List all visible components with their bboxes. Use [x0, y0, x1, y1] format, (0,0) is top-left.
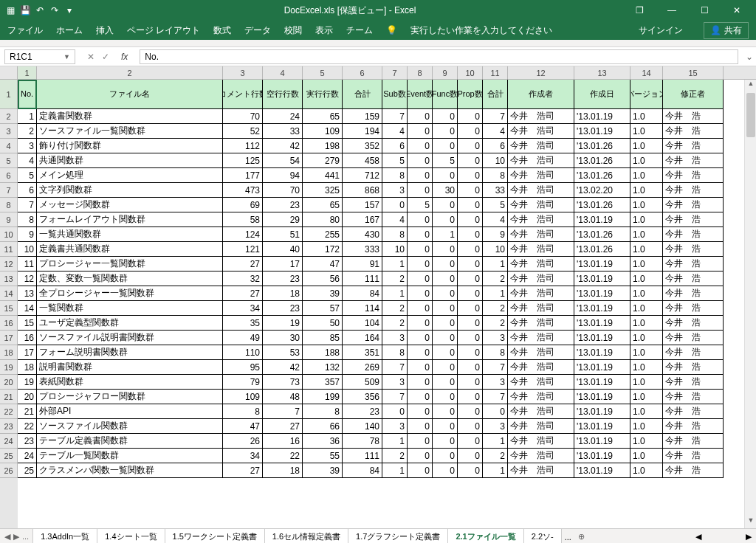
cell[interactable]: 34 — [223, 449, 263, 463]
cell[interactable]: 18 — [18, 360, 37, 375]
cell[interactable]: 0 — [433, 449, 458, 463]
cell[interactable]: 91 — [343, 257, 382, 272]
cell[interactable]: 53 — [263, 345, 303, 360]
enter-icon[interactable]: ✓ — [102, 52, 109, 62]
cell[interactable]: 23 — [263, 272, 303, 286]
cell[interactable]: メッセージ関数群 — [37, 198, 223, 212]
cell[interactable]: 0 — [458, 345, 483, 360]
cell[interactable]: 10 — [483, 153, 508, 168]
formula-input[interactable] — [140, 49, 738, 64]
cell[interactable]: 5 — [433, 153, 458, 168]
cell[interactable]: '13.01.19 — [574, 345, 630, 360]
cell[interactable]: 27 — [263, 419, 303, 434]
chevron-down-icon[interactable]: ▼ — [63, 53, 70, 60]
cell[interactable]: 33 — [263, 124, 303, 139]
cell[interactable]: 表紙関数群 — [37, 375, 223, 390]
row-header[interactable]: 25 — [0, 449, 18, 463]
cell[interactable]: 飾り付け関数群 — [37, 139, 223, 153]
cell[interactable]: 定義書関数群 — [37, 109, 223, 124]
sheet-tab[interactable]: 1.5ワークシート定義書 — [165, 528, 265, 544]
cell[interactable]: 110 — [223, 345, 263, 360]
cell[interactable]: 16 — [263, 434, 303, 449]
minimize-button[interactable]: — — [657, 0, 687, 21]
cell[interactable]: 今井 浩 — [663, 404, 724, 419]
col-header[interactable]: 7 — [382, 66, 408, 79]
cell[interactable]: 54 — [263, 153, 303, 168]
cell[interactable]: 30 — [433, 183, 458, 198]
cell[interactable]: 10 — [382, 242, 408, 257]
cell[interactable]: 0 — [458, 183, 483, 198]
cell[interactable]: 0 — [433, 345, 458, 360]
header-cell[interactable]: 作成者 — [508, 80, 574, 109]
cell[interactable]: 0 — [458, 124, 483, 139]
cell[interactable]: 0 — [433, 434, 458, 449]
cell[interactable]: 今井 浩 — [663, 316, 724, 331]
cell[interactable]: '13.01.19 — [574, 375, 630, 390]
grid[interactable]: No. ファイル名 コメント行数 空行行数 実行行数 合計 Sub数 Event… — [18, 80, 756, 528]
cell[interactable]: 今井 浩 — [663, 331, 724, 345]
cell[interactable]: 430 — [343, 227, 382, 242]
col-header[interactable]: 14 — [630, 66, 663, 79]
cell[interactable]: 今井 浩司 — [508, 449, 574, 463]
cell[interactable]: 0 — [458, 242, 483, 257]
cell[interactable]: 2 — [382, 449, 408, 463]
cell[interactable]: 0 — [458, 257, 483, 272]
cell[interactable]: 今井 浩 — [663, 257, 724, 272]
cell[interactable]: 40 — [263, 242, 303, 257]
col-header[interactable]: 8 — [408, 66, 433, 79]
cell[interactable]: 今井 浩司 — [508, 390, 574, 404]
cell[interactable]: 39 — [303, 286, 343, 301]
cell[interactable]: 35 — [223, 316, 263, 331]
tell-me-input[interactable]: 実行したい作業を入力してください — [410, 24, 552, 37]
cell[interactable]: '13.01.19 — [574, 463, 630, 478]
cell[interactable]: 0 — [408, 227, 433, 242]
cell[interactable]: 今井 浩 — [663, 463, 724, 478]
cell[interactable]: 159 — [343, 109, 382, 124]
cell[interactable]: 今井 浩司 — [508, 124, 574, 139]
cell[interactable]: 121 — [223, 242, 263, 257]
cell[interactable]: 441 — [303, 168, 343, 183]
cell[interactable]: テーブル一覧関数群 — [37, 449, 223, 463]
col-header[interactable]: 1 — [18, 66, 37, 79]
cell[interactable]: 今井 浩司 — [508, 272, 574, 286]
cell[interactable]: 51 — [263, 227, 303, 242]
cell[interactable]: 50 — [303, 316, 343, 331]
cell[interactable]: ソースファイル一覧関数群 — [37, 124, 223, 139]
ribbon-display-icon[interactable]: ❐ — [625, 0, 654, 21]
cell[interactable]: 33 — [483, 183, 508, 198]
tab-team[interactable]: チーム — [346, 24, 373, 37]
cell[interactable]: 1.0 — [630, 124, 663, 139]
row-header[interactable]: 3 — [0, 124, 18, 139]
cell[interactable]: '13.01.26 — [574, 198, 630, 212]
cell[interactable]: 2 — [382, 301, 408, 316]
col-header[interactable]: 5 — [303, 66, 343, 79]
cell[interactable]: 3 — [18, 139, 37, 153]
cell[interactable]: 25 — [18, 463, 37, 478]
cell[interactable]: 1.0 — [630, 183, 663, 198]
cell[interactable]: 0 — [433, 463, 458, 478]
sheet-ellipsis-right[interactable]: ... — [562, 533, 574, 542]
cell[interactable]: 109 — [223, 390, 263, 404]
cell[interactable]: 今井 浩司 — [508, 404, 574, 419]
row-header[interactable]: 10 — [0, 227, 18, 242]
cell[interactable]: 今井 浩 — [663, 183, 724, 198]
cell[interactable]: 6 — [382, 139, 408, 153]
cell[interactable]: 今井 浩 — [663, 360, 724, 375]
tab-review[interactable]: 校閲 — [284, 24, 302, 37]
cell[interactable]: 今井 浩 — [663, 419, 724, 434]
cell[interactable]: 47 — [223, 419, 263, 434]
cell[interactable]: 15 — [18, 316, 37, 331]
sheet-tab[interactable]: 1.6セル情報定義書 — [264, 528, 348, 544]
cell[interactable]: 0 — [433, 375, 458, 390]
cell[interactable]: 0 — [433, 198, 458, 212]
header-cell[interactable]: 空行行数 — [263, 80, 303, 109]
header-cell[interactable]: No. — [18, 80, 37, 109]
cell[interactable]: 23 — [263, 198, 303, 212]
cell[interactable]: 0 — [433, 242, 458, 257]
row-header[interactable]: 4 — [0, 139, 18, 153]
cell[interactable]: 6 — [483, 139, 508, 153]
cell[interactable]: 2 — [18, 124, 37, 139]
row-header[interactable]: 16 — [0, 316, 18, 331]
sheet-tab[interactable]: 2.2ソ- — [523, 528, 562, 544]
cell[interactable]: 18 — [263, 463, 303, 478]
